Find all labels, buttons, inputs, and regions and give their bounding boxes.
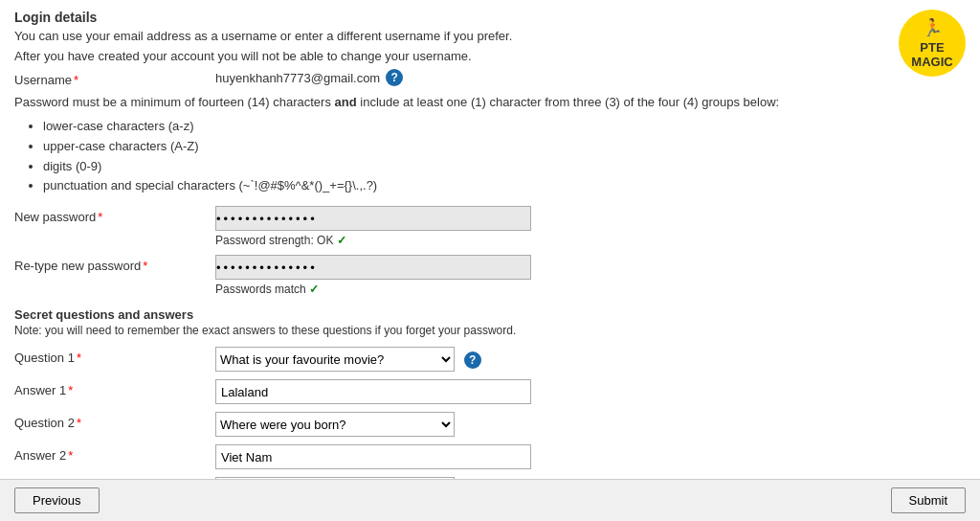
secret-questions-note: Note: you will need to remember the exac… [14,324,966,337]
password-strength-text: Password strength: OK ✓ [215,234,966,247]
username-required: * [74,73,78,87]
question1-hint-icon[interactable]: ? [464,351,481,369]
question2-wrapper: Where were you born? What is your mother… [215,412,966,437]
intro-text-1: You can use your email address as a user… [14,29,966,43]
answer2-row: Answer 2* [14,444,966,469]
logo-icon: 🏃 [922,17,943,38]
submit-button[interactable]: Submit [891,487,966,513]
intro-text-2: After you have created your account you … [14,49,966,63]
match-check: ✓ [309,283,319,296]
retype-password-label: Re-type new password* [14,255,215,273]
retype-required: * [143,259,147,273]
question2-row: Question 2* Where were you born? What is… [14,412,966,437]
footer-bar: Previous Submit [0,479,980,521]
answer2-label: Answer 2* [14,444,215,463]
logo-line2: MAGIC [911,55,952,69]
username-hint-icon[interactable]: ? [386,69,403,86]
new-password-input[interactable] [215,206,531,231]
previous-button[interactable]: Previous [14,487,100,513]
retype-password-input[interactable] [215,255,531,280]
question1-label: Question 1* [14,347,215,365]
retype-password-wrapper: Passwords match ✓ [215,255,966,296]
question1-select[interactable]: What is your favourite movie? What is yo… [215,347,455,372]
retype-password-row: Re-type new password* Passwords match ✓ [14,255,966,296]
answer1-label: Answer 1* [14,379,215,397]
username-value: huyenkhanh7773@gmail.com [215,71,380,85]
question1-row: Question 1* What is your favourite movie… [14,347,966,372]
passwords-match-text: Passwords match ✓ [215,283,966,296]
answer2-wrapper [215,444,966,469]
answer1-row: Answer 1* [14,379,966,404]
username-field-wrapper: huyenkhanh7773@gmail.com ? [215,69,403,86]
password-rules-list: lower-case characters (a-z) upper-case c… [43,117,966,196]
answer2-input[interactable] [215,444,531,469]
new-password-label: New password* [14,206,215,224]
question2-select[interactable]: Where were you born? What is your mother… [215,412,455,437]
password-note: Password must be a minimum of fourteen (… [14,95,966,109]
rule-1: lower-case characters (a-z) [43,117,966,137]
rule-2: upper-case characters (A-Z) [43,137,966,157]
username-label: Username* [14,69,215,87]
username-row: Username* huyenkhanh7773@gmail.com ? [14,69,966,87]
logo: 🏃 PTE MAGIC [899,10,966,77]
strength-check: ✓ [337,234,346,247]
new-password-required: * [98,210,102,224]
answer1-input[interactable] [215,379,531,404]
page-wrapper: 🏃 PTE MAGIC Login details You can use yo… [0,0,980,521]
question1-wrapper: What is your favourite movie? What is yo… [215,347,966,372]
rule-3: digits (0-9) [43,157,966,177]
new-password-wrapper: Password strength: OK ✓ [215,206,966,247]
logo-line1: PTE [920,40,944,55]
rule-4: punctuation and special characters (~`!@… [43,176,966,196]
question2-label: Question 2* [14,412,215,430]
login-details-title: Login details [14,10,966,25]
new-password-row: New password* Password strength: OK ✓ [14,206,966,247]
answer1-wrapper [215,379,966,404]
secret-questions-title: Secret questions and answers [14,307,966,322]
